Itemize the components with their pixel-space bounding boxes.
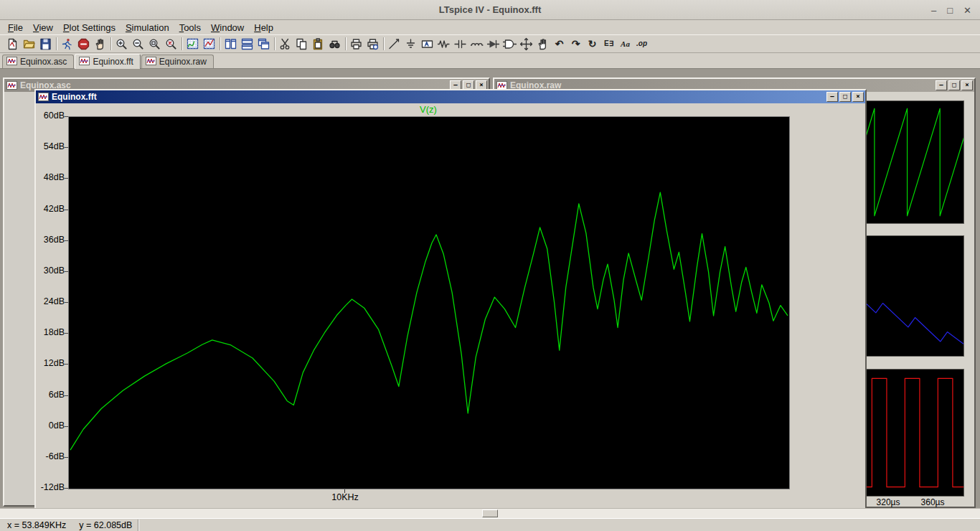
raw-close-button[interactable]: ×	[961, 80, 973, 90]
place-component-button[interactable]	[501, 36, 518, 52]
redo-button[interactable]: ↷	[567, 36, 584, 52]
autorange-y-axis-button[interactable]	[184, 36, 201, 52]
scrollbar-thumb[interactable]	[482, 509, 498, 517]
raw-minimize-button[interactable]: –	[936, 80, 947, 90]
drag-button[interactable]	[534, 36, 551, 52]
tab-equinox.raw[interactable]: Equinox.raw	[141, 55, 214, 68]
drag-icon	[536, 37, 550, 51]
place-resistor-button[interactable]	[435, 36, 452, 52]
app-close-button[interactable]: ✕	[963, 6, 971, 15]
new-schematic-button[interactable]	[4, 36, 21, 52]
y-axis-tick-label: 18dB	[44, 327, 65, 337]
label-net-button[interactable]	[419, 36, 435, 52]
zoom-back-button[interactable]	[130, 36, 146, 52]
app-maximize-button[interactable]: □	[947, 6, 953, 15]
zoom-back-icon	[131, 37, 145, 51]
y-axis-labels: 60dB54dB48dB42dB36dB30dB24dB18dB12dB6dB0…	[37, 116, 66, 489]
raw-window-controls: – □ ×	[934, 80, 973, 90]
spice-directive-button[interactable]: .op	[633, 36, 650, 52]
menu-item-tools[interactable]: Tools	[174, 21, 206, 34]
menu-item-help[interactable]: Help	[249, 21, 278, 34]
menu-item-file[interactable]: File	[3, 21, 28, 34]
plot-settings-button[interactable]	[201, 36, 217, 52]
horizontal-scrollbar[interactable]	[0, 508, 980, 518]
halt-icon	[77, 37, 90, 51]
zoom-reset-button[interactable]	[163, 36, 179, 52]
mirror-icon: E∃	[604, 40, 613, 47]
y-axis-tick-label: 0dB	[49, 420, 65, 431]
tab-label: Equinox.fft	[93, 57, 133, 67]
place-inductor-icon	[470, 37, 484, 51]
file-icon	[6, 57, 17, 67]
place-ground-icon	[404, 37, 418, 51]
run-button[interactable]	[59, 36, 75, 52]
spice-directive-icon: .op	[636, 40, 647, 47]
raw-maximize-button[interactable]: □	[948, 80, 960, 90]
draw-wire-button[interactable]	[386, 36, 402, 52]
place-resistor-icon	[437, 37, 451, 51]
paste-button[interactable]	[310, 36, 326, 52]
app-titlebar[interactable]: LTspice IV - Equinox.fft – □ ✕	[0, 0, 980, 20]
rotate-button[interactable]: ↻	[584, 36, 600, 52]
plot-settings-icon	[202, 37, 216, 51]
zoom-full-extents-button[interactable]	[146, 36, 163, 52]
y-axis-tick-label: 30dB	[44, 266, 65, 276]
place-inductor-button[interactable]	[468, 36, 485, 52]
tab-bar: Equinox.ascEquinox.fftEquinox.raw	[0, 53, 980, 69]
fft-minimize-button[interactable]: –	[826, 92, 838, 102]
move-button[interactable]	[518, 36, 534, 52]
toolbar-separator	[108, 36, 113, 52]
open-file-button[interactable]	[21, 36, 37, 52]
menu-item-window[interactable]: Window	[206, 21, 249, 34]
halt-button[interactable]	[75, 36, 92, 52]
place-capacitor-button[interactable]	[452, 36, 468, 52]
pan-icon	[93, 37, 107, 51]
print-button[interactable]	[348, 36, 364, 52]
cascade-windows-button[interactable]	[255, 36, 272, 52]
text-button[interactable]: Aa	[617, 36, 633, 52]
place-diode-button[interactable]	[485, 36, 501, 52]
y-axis-tick-label: 54dB	[44, 141, 65, 151]
y-axis-tick-label: 12dB	[44, 358, 65, 368]
menu-item-view[interactable]: View	[28, 21, 58, 34]
trace-label-vz[interactable]: V(z)	[68, 104, 788, 115]
place-component-icon	[503, 37, 517, 51]
tab-equinox.fft[interactable]: Equinox.fft	[75, 54, 140, 69]
find-button[interactable]	[326, 36, 343, 52]
menu-item-simulation[interactable]: Simulation	[121, 21, 174, 34]
fft-titlebar[interactable]: Equinox.fft – □ ×	[36, 90, 865, 103]
fft-window-title: Equinox.fft	[52, 92, 97, 102]
zoom-area-icon	[115, 37, 128, 51]
mirror-button[interactable]: E∃	[600, 36, 617, 52]
toolbar-separator	[272, 36, 277, 52]
tab-equinox.asc[interactable]: Equinox.asc	[2, 55, 74, 68]
y-axis-tick-label: 48dB	[44, 172, 65, 182]
cut-button[interactable]	[277, 36, 293, 52]
print-preview-icon	[366, 37, 380, 51]
menu-item-plot-settings[interactable]: Plot Settings	[58, 21, 121, 34]
tile-vertically-button[interactable]	[222, 36, 239, 52]
autorange-y-axis-icon	[186, 37, 199, 51]
save-button[interactable]	[37, 36, 54, 52]
tile-horizontally-button[interactable]	[239, 36, 255, 52]
print-preview-button[interactable]	[364, 36, 381, 52]
toolbar-separator	[54, 36, 59, 52]
pan-button[interactable]	[92, 36, 108, 52]
fft-maximize-button[interactable]: □	[839, 92, 851, 102]
y-axis-tick-label: 60dB	[44, 111, 65, 121]
undo-icon: ↶	[555, 39, 564, 49]
tab-label: Equinox.asc	[20, 57, 67, 67]
toolbar-separator	[381, 36, 386, 52]
copy-button[interactable]	[293, 36, 310, 52]
zoom-area-button[interactable]	[113, 36, 130, 52]
place-ground-button[interactable]	[402, 36, 419, 52]
new-schematic-icon	[6, 37, 19, 51]
paste-icon	[311, 37, 325, 51]
app-minimize-button[interactable]: –	[931, 6, 936, 15]
fft-close-button[interactable]: ×	[852, 92, 864, 102]
cascade-windows-icon	[257, 37, 270, 51]
fft-plot-canvas[interactable]	[68, 116, 790, 489]
status-bar: x = 53.849KHz y = 62.085dB	[0, 518, 980, 531]
undo-button[interactable]: ↶	[551, 36, 567, 52]
place-capacitor-icon	[453, 37, 467, 51]
